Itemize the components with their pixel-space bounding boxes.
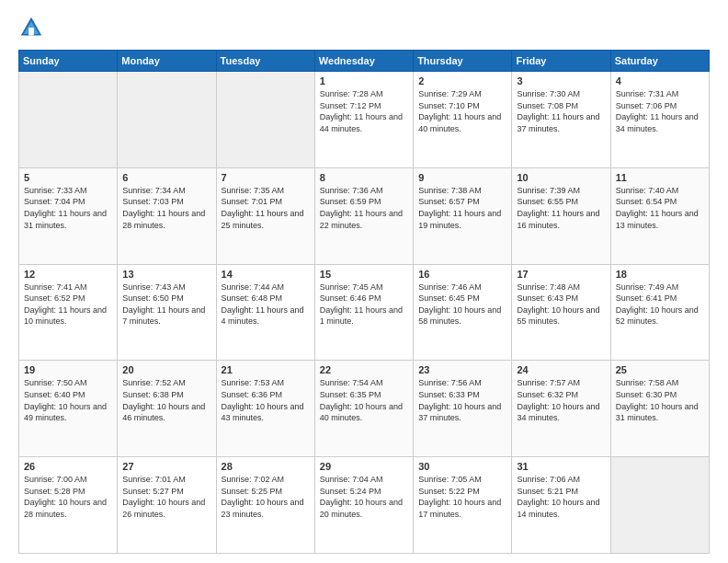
calendar-cell: 21Sunrise: 7:53 AMSunset: 6:36 PMDayligh… xyxy=(216,361,314,457)
day-info: Sunrise: 7:00 AMSunset: 5:28 PMDaylight:… xyxy=(24,474,112,520)
week-row-4: 19Sunrise: 7:50 AMSunset: 6:40 PMDayligh… xyxy=(19,361,710,457)
day-info: Sunrise: 7:01 AMSunset: 5:27 PMDaylight:… xyxy=(122,474,210,520)
day-number: 26 xyxy=(24,461,112,472)
day-info: Sunrise: 7:58 AMSunset: 6:30 PMDaylight:… xyxy=(616,377,704,423)
calendar-cell: 26Sunrise: 7:00 AMSunset: 5:28 PMDayligh… xyxy=(19,457,118,554)
day-info: Sunrise: 7:57 AMSunset: 6:32 PMDaylight:… xyxy=(517,377,605,423)
day-number: 20 xyxy=(122,364,210,375)
day-number: 21 xyxy=(222,364,310,375)
day-number: 10 xyxy=(517,172,605,183)
header xyxy=(18,15,710,40)
day-number: 14 xyxy=(222,269,310,280)
day-number: 6 xyxy=(122,172,210,183)
day-number: 18 xyxy=(616,269,704,280)
weekday-header-tuesday: Tuesday xyxy=(216,51,314,72)
day-info: Sunrise: 7:46 AMSunset: 6:45 PMDaylight:… xyxy=(418,282,506,327)
calendar-cell: 19Sunrise: 7:50 AMSunset: 6:40 PMDayligh… xyxy=(19,361,118,457)
calendar-cell: 4Sunrise: 7:31 AMSunset: 7:06 PMDaylight… xyxy=(610,72,709,168)
day-number: 9 xyxy=(418,172,506,183)
calendar-cell: 15Sunrise: 7:45 AMSunset: 6:46 PMDayligh… xyxy=(314,264,413,361)
calendar-cell: 10Sunrise: 7:39 AMSunset: 6:55 PMDayligh… xyxy=(512,167,610,264)
calendar-cell: 18Sunrise: 7:49 AMSunset: 6:41 PMDayligh… xyxy=(610,264,709,361)
logo-icon xyxy=(18,15,44,40)
day-number: 16 xyxy=(418,269,506,280)
day-info: Sunrise: 7:34 AMSunset: 7:03 PMDaylight:… xyxy=(122,185,210,231)
calendar-cell: 23Sunrise: 7:56 AMSunset: 6:33 PMDayligh… xyxy=(414,361,512,457)
day-number: 4 xyxy=(616,75,704,86)
calendar-cell xyxy=(216,72,314,168)
calendar-cell: 27Sunrise: 7:01 AMSunset: 5:27 PMDayligh… xyxy=(118,457,216,554)
calendar-cell xyxy=(118,72,216,168)
day-number: 22 xyxy=(320,364,408,375)
day-number: 5 xyxy=(24,172,112,183)
calendar-cell: 30Sunrise: 7:05 AMSunset: 5:22 PMDayligh… xyxy=(414,457,512,554)
day-info: Sunrise: 7:28 AMSunset: 7:12 PMDaylight:… xyxy=(320,88,408,134)
calendar-cell xyxy=(610,457,709,554)
week-row-3: 12Sunrise: 7:41 AMSunset: 6:52 PMDayligh… xyxy=(19,264,710,361)
day-info: Sunrise: 7:52 AMSunset: 6:38 PMDaylight:… xyxy=(122,377,210,423)
day-info: Sunrise: 7:05 AMSunset: 5:22 PMDaylight:… xyxy=(418,474,506,520)
day-info: Sunrise: 7:33 AMSunset: 7:04 PMDaylight:… xyxy=(24,185,112,231)
day-number: 25 xyxy=(616,364,704,375)
day-number: 8 xyxy=(320,172,408,183)
day-number: 13 xyxy=(122,269,210,280)
weekday-header-thursday: Thursday xyxy=(414,51,512,72)
day-number: 15 xyxy=(320,269,408,280)
weekday-header-sunday: Sunday xyxy=(19,51,118,72)
calendar-cell: 2Sunrise: 7:29 AMSunset: 7:10 PMDaylight… xyxy=(414,72,512,168)
calendar-cell: 11Sunrise: 7:40 AMSunset: 6:54 PMDayligh… xyxy=(610,167,709,264)
day-number: 27 xyxy=(122,461,210,472)
calendar-cell: 14Sunrise: 7:44 AMSunset: 6:48 PMDayligh… xyxy=(216,264,314,361)
day-info: Sunrise: 7:56 AMSunset: 6:33 PMDaylight:… xyxy=(418,377,506,423)
day-number: 2 xyxy=(418,75,506,86)
calendar-cell: 12Sunrise: 7:41 AMSunset: 6:52 PMDayligh… xyxy=(19,264,118,361)
weekday-header-saturday: Saturday xyxy=(610,51,709,72)
calendar-cell: 16Sunrise: 7:46 AMSunset: 6:45 PMDayligh… xyxy=(414,264,512,361)
day-info: Sunrise: 7:02 AMSunset: 5:25 PMDaylight:… xyxy=(222,474,310,520)
page: SundayMondayTuesdayWednesdayThursdayFrid… xyxy=(0,0,728,563)
calendar-cell: 8Sunrise: 7:36 AMSunset: 6:59 PMDaylight… xyxy=(314,167,413,264)
calendar-cell xyxy=(19,72,118,168)
calendar-cell: 29Sunrise: 7:04 AMSunset: 5:24 PMDayligh… xyxy=(314,457,413,554)
day-number: 7 xyxy=(222,172,310,183)
calendar-cell: 28Sunrise: 7:02 AMSunset: 5:25 PMDayligh… xyxy=(216,457,314,554)
week-row-1: 1Sunrise: 7:28 AMSunset: 7:12 PMDaylight… xyxy=(19,72,710,168)
calendar-cell: 24Sunrise: 7:57 AMSunset: 6:32 PMDayligh… xyxy=(512,361,610,457)
day-number: 31 xyxy=(517,461,605,472)
day-number: 19 xyxy=(24,364,112,375)
day-info: Sunrise: 7:35 AMSunset: 7:01 PMDaylight:… xyxy=(222,185,310,231)
day-info: Sunrise: 7:41 AMSunset: 6:52 PMDaylight:… xyxy=(24,282,112,327)
calendar-cell: 5Sunrise: 7:33 AMSunset: 7:04 PMDaylight… xyxy=(19,167,118,264)
day-info: Sunrise: 7:48 AMSunset: 6:43 PMDaylight:… xyxy=(517,282,605,327)
day-number: 24 xyxy=(517,364,605,375)
day-info: Sunrise: 7:04 AMSunset: 5:24 PMDaylight:… xyxy=(320,474,408,520)
calendar-cell: 13Sunrise: 7:43 AMSunset: 6:50 PMDayligh… xyxy=(118,264,216,361)
calendar-cell: 22Sunrise: 7:54 AMSunset: 6:35 PMDayligh… xyxy=(314,361,413,457)
weekday-header-monday: Monday xyxy=(118,51,216,72)
day-number: 1 xyxy=(320,75,408,86)
week-row-5: 26Sunrise: 7:00 AMSunset: 5:28 PMDayligh… xyxy=(19,457,710,554)
calendar-cell: 9Sunrise: 7:38 AMSunset: 6:57 PMDaylight… xyxy=(414,167,512,264)
day-number: 23 xyxy=(418,364,506,375)
day-info: Sunrise: 7:53 AMSunset: 6:36 PMDaylight:… xyxy=(222,377,310,423)
calendar-cell: 3Sunrise: 7:30 AMSunset: 7:08 PMDaylight… xyxy=(512,72,610,168)
day-info: Sunrise: 7:49 AMSunset: 6:41 PMDaylight:… xyxy=(616,282,704,327)
day-info: Sunrise: 7:50 AMSunset: 6:40 PMDaylight:… xyxy=(24,377,112,423)
calendar-cell: 17Sunrise: 7:48 AMSunset: 6:43 PMDayligh… xyxy=(512,264,610,361)
day-number: 3 xyxy=(517,75,605,86)
day-number: 29 xyxy=(320,461,408,472)
day-info: Sunrise: 7:06 AMSunset: 5:21 PMDaylight:… xyxy=(517,474,605,520)
weekday-header-wednesday: Wednesday xyxy=(314,51,413,72)
day-info: Sunrise: 7:45 AMSunset: 6:46 PMDaylight:… xyxy=(320,282,408,327)
day-info: Sunrise: 7:29 AMSunset: 7:10 PMDaylight:… xyxy=(418,88,506,134)
calendar-table: SundayMondayTuesdayWednesdayThursdayFrid… xyxy=(18,50,710,554)
day-number: 11 xyxy=(616,172,704,183)
day-info: Sunrise: 7:54 AMSunset: 6:35 PMDaylight:… xyxy=(320,377,408,423)
day-info: Sunrise: 7:40 AMSunset: 6:54 PMDaylight:… xyxy=(616,185,704,231)
day-number: 30 xyxy=(418,461,506,472)
svg-rect-2 xyxy=(28,28,34,35)
day-number: 28 xyxy=(222,461,310,472)
day-info: Sunrise: 7:39 AMSunset: 6:55 PMDaylight:… xyxy=(517,185,605,231)
day-info: Sunrise: 7:38 AMSunset: 6:57 PMDaylight:… xyxy=(418,185,506,231)
calendar-cell: 25Sunrise: 7:58 AMSunset: 6:30 PMDayligh… xyxy=(610,361,709,457)
